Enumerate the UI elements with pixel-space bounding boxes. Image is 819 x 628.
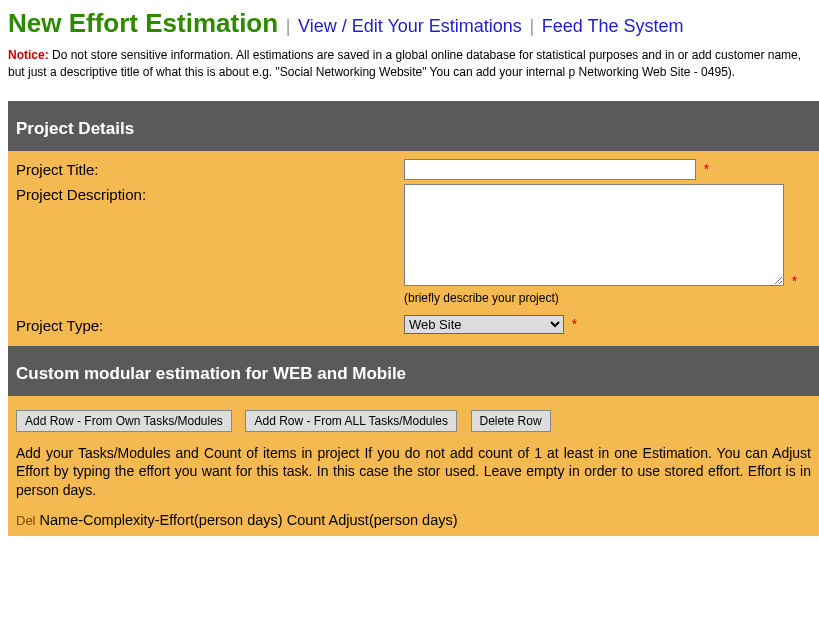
- del-column: Del: [16, 513, 36, 528]
- custom-estimation-body: Add Row - From Own Tasks/Modules Add Row…: [8, 396, 819, 537]
- add-row-own-button[interactable]: Add Row - From Own Tasks/Modules: [16, 410, 232, 432]
- custom-estimation-header: Custom modular estimation for WEB and Mo…: [8, 346, 819, 396]
- required-mark: *: [792, 273, 797, 289]
- project-title-input[interactable]: [404, 159, 696, 180]
- project-description-input[interactable]: [404, 184, 784, 286]
- project-details-form: Project Title: * Project Description: * …: [8, 151, 819, 346]
- separator: |: [286, 16, 291, 36]
- notice-text: Notice: Do not store sensitive informati…: [8, 47, 819, 81]
- required-mark: *: [704, 161, 709, 177]
- project-description-hint: (briefly describe your project): [404, 291, 811, 305]
- project-type-select[interactable]: Web Site: [404, 315, 564, 334]
- delete-row-button[interactable]: Delete Row: [471, 410, 551, 432]
- project-description-label: Project Description:: [16, 184, 404, 203]
- required-mark: *: [572, 316, 577, 332]
- feed-system-link[interactable]: Feed The System: [542, 16, 684, 36]
- add-row-all-button[interactable]: Add Row - From ALL Tasks/Modules: [245, 410, 456, 432]
- instruction-text: Add your Tasks/Modules and Count of item…: [16, 444, 811, 501]
- table-header: Del Name-Complexity-Effort(person days) …: [16, 512, 811, 528]
- project-details-header: Project Details: [8, 101, 819, 151]
- button-row: Add Row - From Own Tasks/Modules Add Row…: [16, 404, 811, 444]
- project-type-label: Project Type:: [16, 315, 404, 334]
- view-edit-link[interactable]: View / Edit Your Estimations: [298, 16, 522, 36]
- page-title: New Effort Estimation: [8, 8, 278, 38]
- notice-label: Notice:: [8, 48, 49, 62]
- project-title-label: Project Title:: [16, 159, 404, 178]
- separator: |: [530, 16, 535, 36]
- page-header: New Effort Estimation | View / Edit Your…: [8, 8, 819, 39]
- main-columns: Name-Complexity-Effort(person days) Coun…: [40, 512, 458, 528]
- notice-body: Do not store sensitive information. All …: [8, 48, 801, 79]
